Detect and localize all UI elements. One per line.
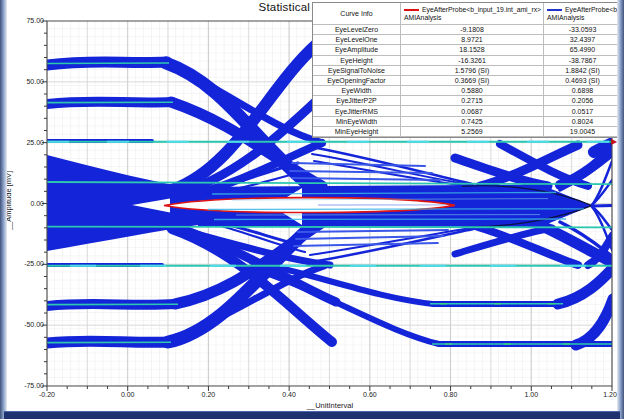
row-value: 1.8842 (SI) (544, 66, 621, 76)
row-value: -33.0593 (544, 25, 621, 35)
y-tick-label: -50.00 (14, 321, 44, 329)
row-value: -38.7867 (544, 56, 621, 66)
row-value: 65.4990 (544, 45, 621, 55)
y-tick-label: 75.00 (14, 17, 44, 25)
horizontal-scrollbar[interactable] (4, 411, 620, 419)
x-axis-title: __UnitInterval (260, 401, 400, 410)
x-tick-label: 0.00 (111, 391, 145, 399)
x-tick-label: 0.20 (191, 391, 225, 399)
curve-info-table[interactable]: Curve Info EyeAfterProbe<b_input_19.int_… (312, 2, 622, 138)
y-tick-label: 25.00 (14, 139, 44, 147)
row-label: EyeHeight (313, 56, 401, 66)
series-1-header: EyeAfterProbe<b_input_19.int_ami_rx> AMI… (401, 3, 544, 25)
row-value: 0.8024 (544, 117, 621, 127)
row-label: EyeSignalToNoise (313, 66, 401, 76)
row-label: EyeWidth (313, 86, 401, 96)
x-tick-label: 0.40 (272, 391, 306, 399)
row-value: 0.5880 (401, 86, 544, 96)
row-value: 0.4693 (SI) (544, 76, 621, 86)
row-value: 0.3669 (SI) (401, 76, 544, 86)
y-tick-label: 0.00 (14, 200, 44, 208)
y-tick-label: -25.00 (14, 260, 44, 268)
window-border-left (0, 0, 7, 419)
row-value: 0.2056 (544, 96, 621, 106)
row-label: EyeJitterP2P (313, 96, 401, 106)
plot-title: Statistical (259, 1, 310, 13)
row-label: EyeOpeningFactor (313, 76, 401, 86)
y-tick-label: 50.00 (14, 78, 44, 86)
row-value: 32.4397 (544, 35, 621, 45)
row-value: 0.2715 (401, 96, 544, 106)
row-label: MinEyeHeight (313, 127, 401, 137)
row-label: EyeAmplitude (313, 45, 401, 55)
row-value: 8.9721 (401, 35, 544, 45)
y-tick-label: -75.00 (14, 382, 44, 390)
x-tick-label: 0.60 (353, 391, 387, 399)
row-label: EyeLevelOne (313, 35, 401, 45)
series-2-header: EyeAfterProbe<b_input... AMIAnalysis (544, 3, 621, 25)
row-value: 0.6898 (544, 86, 621, 96)
row-value: 1.5796 (SI) (401, 66, 544, 76)
row-value: 0.0517 (544, 106, 621, 116)
curve-info-header: Curve Info (313, 3, 401, 25)
x-tick-label: 1.00 (514, 391, 548, 399)
row-value: 19.0045 (544, 127, 621, 137)
row-value: -16.3261 (401, 56, 544, 66)
x-tick-label: 0.80 (434, 391, 468, 399)
row-value: 0.0687 (401, 106, 544, 116)
row-label: MinEyeWidth (313, 117, 401, 127)
series-1-line-swatch (404, 9, 419, 11)
row-value: -9.1808 (401, 25, 544, 35)
row-label: EyeLevelZero (313, 25, 401, 35)
window-border-right (617, 0, 624, 419)
row-value: 5.2569 (401, 127, 544, 137)
x-tick-label: -0.20 (30, 391, 64, 399)
plot-window: Statistical __Amplitude [mV] __UnitInter… (0, 0, 624, 419)
row-value: 18.1528 (401, 45, 544, 55)
row-label: EyeJitterRMS (313, 106, 401, 116)
series-2-line-swatch (547, 9, 562, 11)
row-value: 0.7425 (401, 117, 544, 127)
